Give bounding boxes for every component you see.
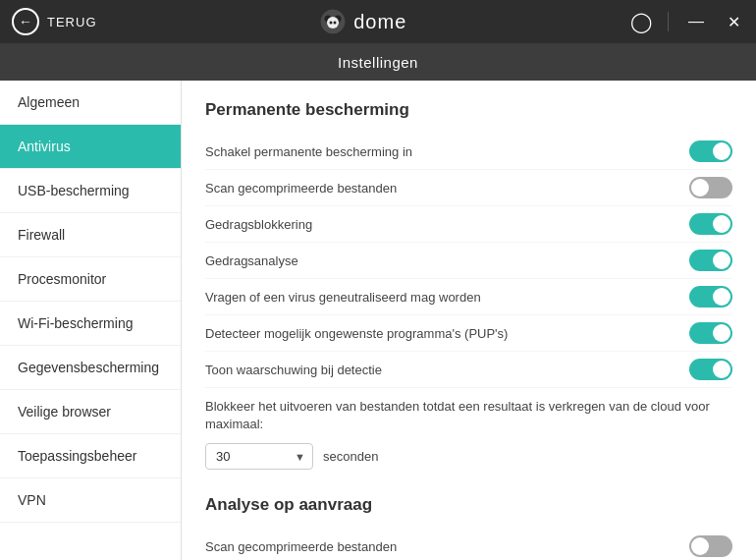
toggle-scan-gecomprimeerde-2[interactable] xyxy=(689,535,732,557)
back-label: TERUG xyxy=(47,15,97,29)
main-layout: Algemeen Antivirus USB-bescherming Firew… xyxy=(0,81,756,560)
setting-row-scan-gecomprimeerde: Scan gecomprimeerde bestanden xyxy=(205,170,732,206)
sidebar-item-antivirus[interactable]: Antivirus xyxy=(0,125,181,169)
toggle-virus-geneutraliseerd[interactable] xyxy=(689,286,732,308)
window-controls: ◯ — ✕ xyxy=(630,10,744,33)
sidebar-item-usb-bescherming[interactable]: USB-bescherming xyxy=(0,169,181,213)
sidebar-item-wifi-bescherming[interactable]: Wi-Fi-bescherming xyxy=(0,302,181,346)
dropdown-wrapper: 10 20 30 60 120 ▼ xyxy=(205,443,313,470)
setting-row-permanente-bescherming: Schakel permanente bescherming in xyxy=(205,134,732,170)
cloud-block: Blokkeer het uitvoeren van bestanden tot… xyxy=(205,388,732,476)
toggle-permanente-bescherming[interactable] xyxy=(689,140,732,162)
title-bar: ← TERUG dome ◯ — ✕ xyxy=(0,0,756,43)
toggle-scan-gecomprimeerde[interactable] xyxy=(689,177,732,198)
setting-label: Scan gecomprimeerde bestanden xyxy=(205,539,689,554)
divider xyxy=(668,12,669,31)
sidebar-item-toepassingsbeheer[interactable]: Toepassingsbeheer xyxy=(0,434,181,478)
setting-label: Detecteer mogelijk ongewenste programma'… xyxy=(205,326,689,341)
logo-text: dome xyxy=(353,11,406,33)
setting-row-virus-geneutraliseerd: Vragen of een virus geneutraliseerd mag … xyxy=(205,279,732,315)
toggle-toon-waarschuwing[interactable] xyxy=(689,359,732,380)
logo-area: dome xyxy=(97,9,631,34)
minimize-button[interactable]: — xyxy=(684,11,708,32)
setting-label: Toon waarschuwing bij detectie xyxy=(205,363,689,377)
setting-row-gedragsanalyse: Gedragsanalyse xyxy=(205,243,732,279)
setting-label: Gedragsanalyse xyxy=(205,253,689,268)
sidebar-item-veilige-browser[interactable]: Veilige browser xyxy=(0,390,181,434)
setting-label: Vragen of een virus geneutraliseerd mag … xyxy=(205,290,689,305)
logo-icon xyxy=(320,9,346,34)
cloud-block-text: Blokkeer het uitvoeren van bestanden tot… xyxy=(205,398,732,433)
svg-point-5 xyxy=(334,22,337,25)
page-header: Instellingen xyxy=(0,43,756,81)
setting-label: Schakel permanente bescherming in xyxy=(205,144,689,159)
toggle-gedragsanalyse[interactable] xyxy=(689,250,732,271)
sidebar-item-algemeen[interactable]: Algemeen xyxy=(0,81,181,125)
back-button[interactable]: ← TERUG xyxy=(12,8,97,35)
page-title: Instellingen xyxy=(338,54,418,71)
setting-row-gedragsblokkering: Gedragsblokkering xyxy=(205,206,732,243)
section1-title: Permanente bescherming xyxy=(205,100,732,120)
content-area: Permanente bescherming Schakel permanent… xyxy=(182,81,756,560)
toggle-gedragsblokkering[interactable] xyxy=(689,213,732,235)
toggle-pup-detectie[interactable] xyxy=(689,322,732,344)
dropdown-row: 10 20 30 60 120 ▼ seconden xyxy=(205,443,732,470)
setting-row-toon-waarschuwing: Toon waarschuwing bij detectie xyxy=(205,352,732,388)
svg-point-3 xyxy=(327,17,339,28)
svg-point-4 xyxy=(330,22,333,25)
sidebar: Algemeen Antivirus USB-bescherming Firew… xyxy=(0,81,182,560)
sidebar-item-procesmonitor[interactable]: Procesmonitor xyxy=(0,257,181,302)
setting-row-scan-gecomprimeerde-2: Scan gecomprimeerde bestanden xyxy=(205,529,732,560)
sidebar-item-firewall[interactable]: Firewall xyxy=(0,213,181,257)
close-button[interactable]: ✕ xyxy=(724,11,744,33)
sidebar-item-gegevensbescherming[interactable]: Gegevensbescherming xyxy=(0,346,181,390)
user-icon[interactable]: ◯ xyxy=(630,10,652,33)
seconds-dropdown[interactable]: 10 20 30 60 120 xyxy=(205,443,313,470)
setting-row-pup-detectie: Detecteer mogelijk ongewenste programma'… xyxy=(205,315,732,352)
back-circle-icon: ← xyxy=(12,8,39,35)
setting-label: Gedragsblokkering xyxy=(205,217,689,232)
setting-label: Scan gecomprimeerde bestanden xyxy=(205,181,689,196)
section2-title: Analyse op aanvraag xyxy=(205,495,732,515)
sidebar-item-vpn[interactable]: VPN xyxy=(0,478,181,523)
dropdown-unit: seconden xyxy=(323,449,378,464)
